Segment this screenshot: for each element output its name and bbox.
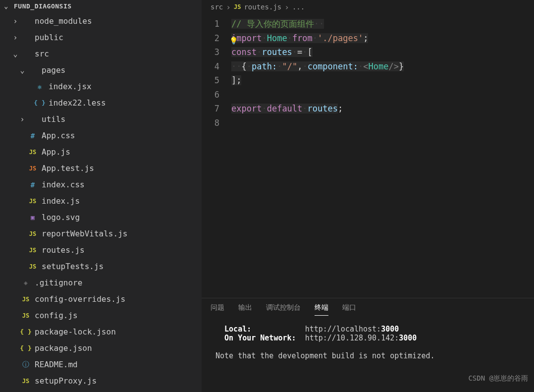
terminal-tab[interactable]: 输出 [238,303,252,316]
terminal-tab[interactable]: 调试控制台 [266,303,301,316]
tree-item[interactable]: ▣logo.svg [0,209,202,225]
file-icon: ⓘ [20,360,32,369]
terminal-output[interactable]: Local: http://localhost:3000 On Your Net… [202,316,534,392]
file-icon: ◈ [20,279,32,286]
chevron-right-icon: › [284,2,289,12]
term-text: http://10.128.90.142: [305,334,399,342]
code-text: ]; [231,75,241,85]
tree-item[interactable]: { }index22.less [0,95,202,111]
js-icon: JS [234,3,241,10]
tree-item[interactable]: JSsetupProxy.js [0,373,202,389]
tree-item[interactable]: ›public [0,29,202,46]
line-number: 6 [202,88,219,102]
tree-item-label: pages [42,65,65,75]
tree-item[interactable]: JSindex.js [0,193,202,209]
code-text: // 导入你的页面组件 [231,19,314,29]
file-icon: JS [27,263,39,270]
code-text: } [399,61,404,71]
tree-item[interactable]: ⚛index.jsx [0,78,202,95]
tree-item[interactable]: JSconfig-overrides.js [0,291,202,307]
editor-area: src › JS routes.js › ... 12345678 // 导入你… [202,0,534,392]
code-text: Home [369,61,389,71]
tree-item-label: config-overrides.js [35,294,125,304]
file-icon: ⚛ [34,83,46,91]
chevron-down-icon: ⌄ [4,2,12,10]
breadcrumb-seg[interactable]: src [211,3,223,11]
chevron-icon: ⌄ [18,66,27,75]
tree-item[interactable]: JSApp.js [0,144,202,160]
explorer-header[interactable]: ⌄ FUND_DIAGONSIS [0,0,202,12]
file-icon: JS [27,149,39,156]
code-content[interactable]: // 导入你的页面组件·· 💡import·Home·from·'./pages… [231,17,534,298]
code-editor[interactable]: 12345678 // 导入你的页面组件·· 💡import·Home·from… [202,14,534,298]
tree-item[interactable]: JSsetupTests.js [0,258,202,275]
file-icon: { } [20,344,32,352]
terminal-tab[interactable]: 问题 [211,303,224,316]
code-text: const [231,47,257,57]
tree-item[interactable]: #index.css [0,176,202,193]
tree-item-label: README.md [35,360,78,369]
tree-item-label: App.js [42,147,70,157]
tree-item-label: .gitignore [35,278,82,287]
line-number: 1 [202,17,219,31]
file-icon: { } [20,328,32,336]
chevron-right-icon: › [226,2,231,12]
terminal-panel: 问题输出调试控制台终端端口 Local: http://localhost:30… [202,298,534,392]
breadcrumb[interactable]: src › JS routes.js › ... [202,0,534,14]
tree-item[interactable]: JSconfig.js [0,307,202,324]
code-text: ; [338,104,343,113]
tree-item[interactable]: ›node_modules [0,13,202,29]
tree-item[interactable]: JSApp.test.js [0,160,202,176]
tree-item-label: index.js [42,196,80,206]
code-text: ; [363,33,368,43]
tree-item[interactable]: { }package-lock.json [0,324,202,340]
tree-item[interactable]: JSreportWebVitals.js [0,225,202,242]
file-icon: JS [27,165,39,172]
line-number: 3 [202,45,219,59]
tree-item[interactable]: ⌄src [0,46,202,62]
tree-item[interactable]: ⓘREADME.md [0,356,202,373]
tree-item-label: config.js [35,311,78,320]
file-tree: ›node_modules›public⌄src⌄pages⚛index.jsx… [0,12,202,389]
file-icon: JS [20,378,32,385]
tree-item[interactable]: #App.css [0,127,202,144]
tree-item-label: index22.less [49,98,106,108]
tree-item-label: index.css [42,180,85,189]
tree-item[interactable]: { }package.json [0,340,202,356]
code-text: /> [388,61,398,71]
line-number: 8 [202,116,219,130]
line-number: 4 [202,59,219,74]
file-icon: # [27,132,39,140]
code-text: path: [252,61,277,71]
code-text: Home [267,33,287,43]
tree-item[interactable]: JSroutes.js [0,242,202,258]
code-text: { [241,61,246,71]
file-icon: JS [27,198,39,205]
tree-item-label: App.css [42,131,75,140]
terminal-tab[interactable]: 终端 [315,303,328,316]
code-text: [ [308,47,313,57]
explorer-sidebar: ⌄ FUND_DIAGONSIS ›node_modules›public⌄sr… [0,0,202,392]
tree-item-label: App.test.js [42,164,94,173]
line-numbers: 12345678 [202,17,231,298]
tree-item[interactable]: ⌄pages [0,62,202,78]
tree-item-label: logo.svg [42,213,80,222]
code-text: component: [308,61,358,71]
terminal-tab[interactable]: 端口 [342,303,356,316]
code-text: , [297,61,302,71]
code-text: from [292,33,313,43]
project-root-label: FUND_DIAGONSIS [14,2,72,10]
file-icon: JS [27,230,39,237]
tree-item-label: setupTests.js [42,262,104,271]
tree-item[interactable]: ◈.gitignore [0,275,202,291]
breadcrumb-seg[interactable]: ... [292,3,305,11]
tree-item[interactable]: ›utils [0,111,202,127]
file-icon: JS [20,296,32,303]
breadcrumb-seg[interactable]: routes.js [244,3,281,11]
code-text: "/" [282,61,297,71]
line-number: 5 [202,73,219,88]
tree-item-label: reportWebVitals.js [42,229,127,238]
terminal-tabs: 问题输出调试控制台终端端口 [202,298,534,316]
tree-item-label: public [35,33,63,42]
tree-item-label: routes.js [42,245,85,255]
